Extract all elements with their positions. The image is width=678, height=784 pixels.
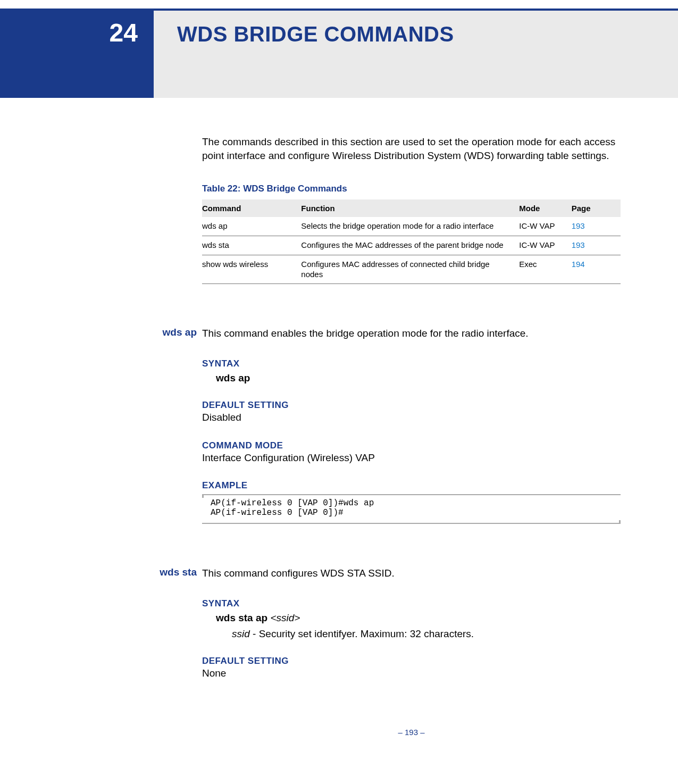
command-name-label: wds sta bbox=[138, 566, 197, 578]
cell-page: 193 bbox=[568, 217, 621, 236]
syntax-line: wds sta ap <ssid> bbox=[216, 612, 621, 624]
chapter-title-box: WDS BRIDGE COMMANDS bbox=[154, 11, 678, 98]
syntax-keyword: wds sta ap bbox=[216, 612, 267, 623]
default-setting-heading: DEFAULT SETTING bbox=[202, 400, 621, 411]
example-code: AP(if-wireless 0 [VAP 0])#wds ap AP(if-w… bbox=[202, 494, 621, 524]
param-desc: - Security set identifyer. Maximum: 32 c… bbox=[250, 628, 474, 639]
param-name: ssid bbox=[232, 628, 250, 639]
syntax-param: ssid - Security set identifyer. Maximum:… bbox=[232, 628, 621, 640]
table-header-row: Command Function Mode Page bbox=[202, 199, 621, 217]
cell-command: show wds wireless bbox=[202, 255, 298, 284]
th-function: Function bbox=[298, 199, 516, 217]
page-link[interactable]: 193 bbox=[572, 240, 585, 249]
intro-paragraph: The commands described in this section a… bbox=[202, 135, 621, 162]
syntax-keyword: wds ap bbox=[216, 372, 250, 383]
cell-function: Configures the MAC addresses of the pare… bbox=[298, 236, 516, 255]
table-caption: Table 22: WDS Bridge Commands bbox=[202, 184, 621, 194]
th-mode: Mode bbox=[516, 199, 568, 217]
table-row: show wds wireless Configures MAC address… bbox=[202, 255, 621, 284]
page-link[interactable]: 193 bbox=[572, 221, 585, 230]
page-footer: – 193 – bbox=[202, 728, 621, 737]
default-setting-heading: DEFAULT SETTING bbox=[202, 656, 621, 666]
cell-mode: IC-W VAP bbox=[516, 217, 568, 236]
syntax-arg: <ssid> bbox=[270, 612, 300, 623]
syntax-heading: SYNTAX bbox=[202, 598, 621, 609]
syntax-heading: SYNTAX bbox=[202, 358, 621, 369]
chapter-number: 24 bbox=[0, 11, 154, 98]
cell-page: 194 bbox=[568, 255, 621, 284]
cell-page: 193 bbox=[568, 236, 621, 255]
cell-command: wds sta bbox=[202, 236, 298, 255]
th-command: Command bbox=[202, 199, 298, 217]
page-link[interactable]: 194 bbox=[572, 260, 585, 269]
command-description: This command configures WDS STA SSID. bbox=[202, 566, 621, 580]
cell-function: Selects the bridge operation mode for a … bbox=[298, 217, 516, 236]
chapter-header: 24 WDS BRIDGE COMMANDS bbox=[0, 11, 678, 98]
cell-command: wds ap bbox=[202, 217, 298, 236]
command-section-wds-ap: wds ap This command enables the bridge o… bbox=[202, 327, 621, 524]
table-row: wds ap Selects the bridge operation mode… bbox=[202, 217, 621, 236]
th-page: Page bbox=[568, 199, 621, 217]
command-mode-heading: COMMAND MODE bbox=[202, 440, 621, 451]
default-setting-value: Disabled bbox=[202, 411, 621, 424]
syntax-line: wds ap bbox=[216, 372, 621, 384]
chapter-title: WDS BRIDGE COMMANDS bbox=[177, 22, 454, 46]
command-name-label: wds ap bbox=[138, 327, 197, 338]
default-setting-value: None bbox=[202, 666, 621, 680]
command-mode-value: Interface Configuration (Wireless) VAP bbox=[202, 451, 621, 465]
cell-mode: IC-W VAP bbox=[516, 236, 568, 255]
command-section-wds-sta: wds sta This command configures WDS STA … bbox=[202, 566, 621, 680]
commands-table: Command Function Mode Page wds ap Select… bbox=[202, 199, 621, 284]
table-row: wds sta Configures the MAC addresses of … bbox=[202, 236, 621, 255]
example-heading: EXAMPLE bbox=[202, 480, 621, 491]
cell-function: Configures MAC addresses of connected ch… bbox=[298, 255, 516, 284]
command-description: This command enables the bridge operatio… bbox=[202, 327, 621, 340]
cell-mode: Exec bbox=[516, 255, 568, 284]
